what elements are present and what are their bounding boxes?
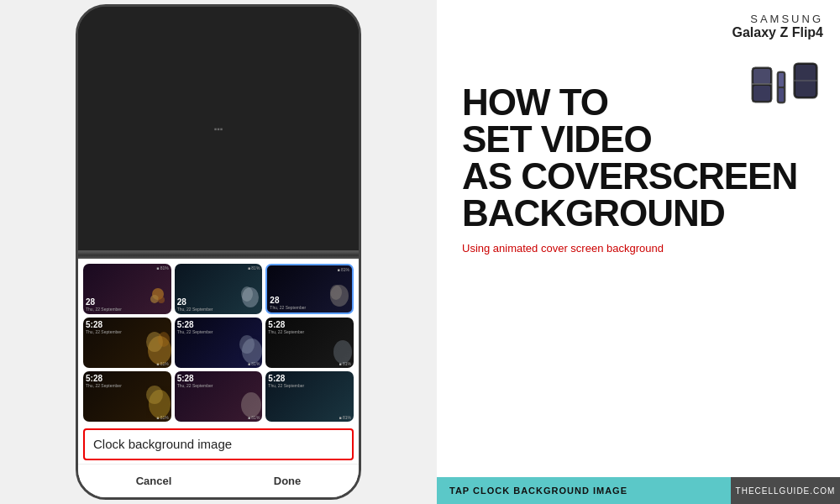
clock-background-box[interactable]: Clock background image: [83, 428, 354, 460]
svg-point-2: [158, 297, 165, 303]
watch-thumb-2[interactable]: ■ 81% 28 Thu, 22 September: [175, 264, 263, 314]
watch-thumb-7[interactable]: 5:28 Thu, 22 September ■ 81%: [83, 371, 171, 422]
svg-point-11: [239, 335, 255, 354]
grid-row-3: 5:28 Thu, 22 September ■ 81% 5:28 Thu, 2…: [83, 371, 354, 422]
watch-thumb-9[interactable]: 5:28 Thu, 22 September ■ 81%: [265, 371, 354, 422]
svg-rect-47: [779, 73, 784, 87]
svg-rect-43: [753, 69, 770, 84]
watch-thumb-8[interactable]: 5:28 Thu, 22 September ■ 81%: [175, 371, 263, 422]
svg-point-14: [146, 386, 163, 404]
heading-line-2: SET VIDEO: [462, 121, 815, 158]
date-6: Thu, 22 September: [268, 329, 351, 334]
bottom-bar: TAP CLOCK BACKGROUND IMAGE THECELLGUIDE.…: [437, 477, 840, 504]
svg-point-6: [330, 285, 342, 300]
watch-thumb-5[interactable]: 5:28 Thu, 22 September ■ 81%: [175, 318, 263, 368]
time-5: 5:28: [177, 320, 260, 329]
tap-label-area: TAP CLOCK BACKGROUND IMAGE: [437, 477, 731, 504]
watch-thumb-4[interactable]: 5:28 Thu, 22 September ■ 81%: [83, 318, 171, 368]
svg-point-12: [333, 340, 352, 364]
bottom-buttons: Cancel Done: [78, 464, 359, 497]
tap-label-text: TAP CLOCK BACKGROUND IMAGE: [449, 486, 627, 496]
svg-point-4: [241, 286, 253, 302]
battery-3: ■ 81%: [338, 267, 349, 272]
time-7: 5:28: [86, 374, 169, 383]
grid-row-1: ■ 81% 28 Thu, 22 September: [83, 264, 354, 314]
watch-thumb-6[interactable]: 5:28 Thu, 22 September ■ 81%: [265, 318, 354, 368]
time-8: 5:28: [177, 374, 260, 383]
battery-9: ■ 81%: [339, 415, 351, 420]
watch-thumb-1[interactable]: ■ 81% 28 Thu, 22 September: [83, 264, 171, 314]
site-label-area: THECELLGUIDE.COM: [731, 477, 840, 504]
svg-rect-44: [753, 86, 770, 101]
samsung-wordmark: SAMSUNG: [732, 13, 823, 25]
subheading: Using animated cover screen background: [462, 242, 815, 255]
phone-mockup: ▪▪▪ ■ 81% 28 Thu, 22 September: [76, 4, 361, 500]
phone-hinge: [78, 252, 359, 259]
svg-rect-48: [779, 88, 784, 102]
left-panel: ▪▪▪ ■ 81% 28 Thu, 22 September: [0, 0, 437, 504]
date-3: Thu, 22 September: [270, 305, 306, 310]
grid-row-2: 5:28 Thu, 22 September ■ 81% 5:28 Thu, 2…: [83, 318, 354, 368]
flip-phone-svg: [748, 50, 823, 109]
site-label-text: THECELLGUIDE.COM: [736, 486, 836, 496]
heading-line-4: BACKGROUND: [462, 195, 815, 232]
battery-2: ■ 81%: [248, 265, 260, 270]
battery-1: ■ 81%: [156, 265, 168, 270]
svg-point-15: [241, 392, 261, 417]
time-4: 5:28: [86, 320, 169, 329]
time-9: 5:28: [268, 374, 351, 383]
watch-thumb-3-selected[interactable]: ■ 81% 28 Thu, 22 September: [265, 264, 354, 314]
phone-top-half: ▪▪▪: [78, 7, 359, 252]
date-1: Thu, 22 September: [86, 307, 122, 312]
date-9: Thu, 22 September: [268, 383, 351, 388]
phone-illustration: [748, 50, 823, 109]
date-2: Thu, 22 September: [177, 307, 213, 312]
time-2: 28: [177, 297, 213, 307]
right-panel: SAMSUNG Galaxy Z Flip4 HOW TO SET VIDEO: [437, 0, 840, 504]
svg-point-9: [158, 332, 170, 347]
product-name: Galaxy Z Flip4: [732, 25, 823, 40]
watch-face-grid: ■ 81% 28 Thu, 22 September: [78, 259, 359, 425]
svg-point-1: [150, 295, 159, 303]
cancel-button[interactable]: Cancel: [119, 471, 189, 491]
clock-background-label: Clock background image: [93, 437, 232, 451]
samsung-branding: SAMSUNG Galaxy Z Flip4: [732, 13, 823, 40]
time-3: 28: [270, 296, 306, 305]
heading-line-3: AS COVERSCREEN: [462, 158, 815, 195]
done-button[interactable]: Done: [257, 471, 318, 491]
phone-screen: ■ 81% 28 Thu, 22 September: [78, 259, 359, 497]
time-6: 5:28: [268, 320, 351, 329]
time-1: 28: [86, 297, 122, 307]
